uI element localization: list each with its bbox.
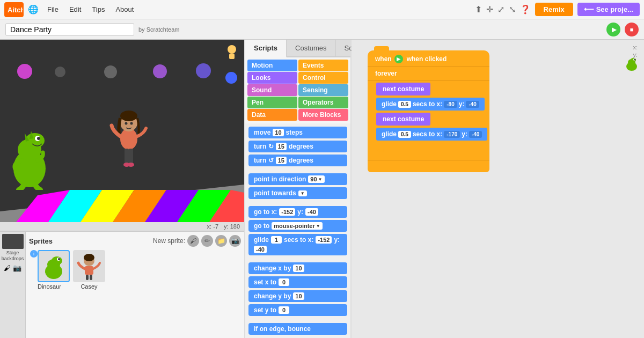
block-set-y[interactable]: set y to 0 xyxy=(248,304,347,316)
green-flag-button[interactable] xyxy=(606,23,620,36)
block-set-x[interactable]: set x to 0 xyxy=(248,276,347,288)
svg-rect-26 xyxy=(2,234,24,249)
sprites-list: i Dinosaur xyxy=(29,250,241,290)
sprites-title: Sprites xyxy=(29,237,53,245)
block-move[interactable]: move 10 steps xyxy=(248,127,347,138)
tab-costumes[interactable]: Costumes xyxy=(287,40,336,56)
svg-rect-20 xyxy=(125,149,129,165)
tab-scripts[interactable]: Scripts xyxy=(245,40,287,57)
block-point-towards[interactable]: point towards xyxy=(248,187,347,199)
block-point-direction[interactable]: point in direction 90 xyxy=(248,173,347,185)
svg-point-24 xyxy=(228,45,236,54)
svg-point-18 xyxy=(125,122,128,125)
remix-button[interactable]: Remix xyxy=(535,3,573,16)
shrink-icon[interactable]: ⤡ xyxy=(509,4,516,14)
cat-data[interactable]: Data xyxy=(247,109,297,121)
camera-sprite-icon[interactable]: 📷 xyxy=(229,235,241,247)
when-clicked-block[interactable]: when ▶ when clicked xyxy=(368,50,489,67)
cat-sensing[interactable]: Sensing xyxy=(298,84,348,96)
bg-circle-4 xyxy=(153,64,167,78)
edit-menu[interactable]: Edit xyxy=(65,4,85,14)
project-name-input[interactable] xyxy=(5,23,134,36)
end-arrow: ↩ xyxy=(376,143,390,160)
glide1-x: -80 xyxy=(444,101,457,108)
next-costume-block-2[interactable]: next costume xyxy=(376,113,430,126)
block-turn-cw[interactable]: turn ↻ 15 degrees xyxy=(248,141,347,152)
cat-looks[interactable]: Looks xyxy=(247,72,297,84)
forever-block[interactable]: forever xyxy=(368,67,489,80)
glide2-secs: 0.5 xyxy=(398,131,411,138)
sprite-info-icon[interactable]: i xyxy=(30,250,38,258)
stop-button[interactable] xyxy=(625,23,639,36)
cat-motion[interactable]: Motion xyxy=(247,60,297,71)
paint-sprite-icon[interactable]: 🖌 xyxy=(187,235,199,247)
code-canvas: when ▶ when clicked forever next costume xyxy=(352,40,644,338)
block-goto-xy[interactable]: go to x: -152 y: -40 xyxy=(248,206,347,218)
block-glide[interactable]: glide 1 secs to x: -152 y: -40 xyxy=(248,234,347,255)
new-sprite-area: New sprite: 🖌 ✏ 📁 📷 xyxy=(153,235,241,247)
about-menu[interactable]: About xyxy=(111,4,138,14)
edit-sprite-icon[interactable]: ✏ xyxy=(201,235,213,247)
svg-rect-25 xyxy=(229,54,235,59)
stage-canvas[interactable] xyxy=(0,40,244,222)
svg-rect-21 xyxy=(129,149,133,165)
upload-icon[interactable]: ⬆ xyxy=(475,4,482,14)
sprite-item-dinosaur[interactable]: i Dinosaur xyxy=(29,250,70,290)
see-project-button[interactable]: ⟵ See proje... xyxy=(577,3,640,16)
glide-block-2[interactable]: glide 0.5 secs to x: -170 y: -40 xyxy=(376,128,487,141)
cat-control[interactable]: Control xyxy=(298,72,348,84)
forever-end xyxy=(368,160,489,172)
cat-pen[interactable]: Pen xyxy=(247,97,297,108)
file-menu[interactable]: File xyxy=(43,4,63,14)
block-bounce[interactable]: if on edge, bounce xyxy=(248,323,347,335)
fullscreen-icon[interactable]: ✛ xyxy=(486,4,493,14)
scratch-logo: Aitch xyxy=(4,2,24,17)
upload-sprite-icon[interactable]: 📁 xyxy=(215,235,227,247)
svg-point-19 xyxy=(130,122,133,125)
block-change-y[interactable]: change y by 10 xyxy=(248,290,347,302)
svg-point-33 xyxy=(84,254,94,261)
help-icon[interactable]: ❓ xyxy=(520,4,531,14)
expand-icon[interactable]: ⤢ xyxy=(497,4,504,14)
globe-icon[interactable]: 🌐 xyxy=(28,4,39,14)
svg-point-17 xyxy=(120,111,137,121)
main-area: x: -7 y: 180 Stagebackdrops 🖌 📷 Sprites xyxy=(0,40,644,338)
cat-more-blocks[interactable]: More Blocks xyxy=(298,109,348,121)
title-bar: by Scratchteam xyxy=(0,19,644,40)
svg-rect-36 xyxy=(90,275,92,280)
tips-menu[interactable]: Tips xyxy=(87,4,109,14)
bg-circle-6 xyxy=(225,72,237,84)
script-group: when ▶ when clicked forever next costume xyxy=(368,50,489,172)
camera-stage-icon[interactable]: 📷 xyxy=(13,264,21,272)
corner-sprite xyxy=(224,44,240,62)
svg-rect-35 xyxy=(86,275,89,280)
stage-info: x: -7 y: 180 xyxy=(0,222,244,231)
editor-tabs: Scripts Costumes Sounds xyxy=(245,40,350,57)
block-turn-ccw[interactable]: turn ↺ 15 degrees xyxy=(248,155,347,166)
script-area[interactable]: when ▶ when clicked forever next costume xyxy=(352,40,644,338)
sprites-panel: Sprites New sprite: 🖌 ✏ 📁 📷 i xyxy=(26,231,244,338)
dinosaur-thumb[interactable] xyxy=(38,250,70,282)
toolbar-icons: ⬆ ✛ ⤢ ⤡ ❓ xyxy=(475,4,531,14)
next-costume-block-1[interactable]: next costume xyxy=(376,83,430,95)
cat-events[interactable]: Events xyxy=(298,60,348,71)
casey-sprite xyxy=(107,99,150,179)
right-buttons: Remix ⟵ See proje... xyxy=(535,3,640,16)
x-display: x: xyxy=(633,44,638,50)
menu-bar: File Edit Tips About xyxy=(43,4,138,14)
block-change-x[interactable]: change x by 10 xyxy=(248,262,347,274)
svg-point-23 xyxy=(128,163,134,167)
glide-block-1[interactable]: glide 0.5 secs to x: -80 y: -40 xyxy=(376,98,485,111)
svg-point-14 xyxy=(37,137,40,140)
sprite-item-casey[interactable]: Casey xyxy=(73,250,105,290)
casey-thumb[interactable] xyxy=(73,250,105,282)
block-goto[interactable]: go to mouse-pointer xyxy=(248,220,347,232)
cat-sound[interactable]: Sound xyxy=(247,84,297,96)
bg-circle-1 xyxy=(17,64,32,79)
cat-operators[interactable]: Operators xyxy=(298,97,348,108)
paint-stage-icon[interactable]: 🖌 xyxy=(4,264,11,272)
stage-thumbnail[interactable] xyxy=(2,234,24,249)
project-meta: by Scratchteam xyxy=(138,26,179,33)
arrow-icon: ⟵ xyxy=(584,5,594,13)
y-coord-label: y: 180 xyxy=(224,223,240,230)
